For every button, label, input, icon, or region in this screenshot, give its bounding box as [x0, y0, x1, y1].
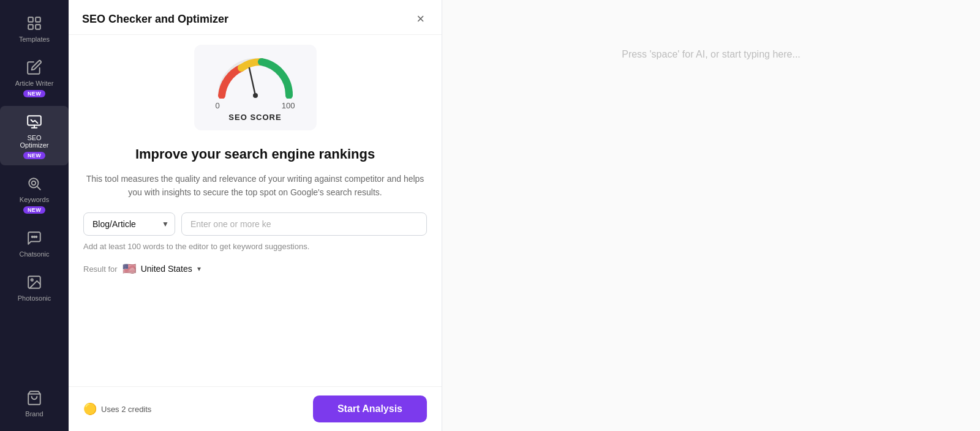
sidebar-item-photosonic-label: Photosonic — [18, 294, 51, 302]
credits-info: 🟡 Uses 2 credits — [83, 402, 151, 416]
svg-point-6 — [32, 181, 36, 186]
seo-optimizer-icon — [24, 112, 44, 132]
sidebar-item-article-writer-label: Article Writer — [15, 80, 54, 87]
editor-placeholder: Press 'space' for AI, or start typing he… — [622, 49, 801, 60]
controls-row: Blog/Article Product Page Landing Page S… — [83, 212, 427, 236]
photosonic-icon — [24, 272, 44, 292]
article-writer-icon — [24, 58, 44, 77]
article-writer-badge: New — [23, 90, 45, 97]
credits-text: Uses 2 credits — [101, 405, 151, 414]
panel-heading: Improve your search engine rankings — [135, 145, 375, 163]
close-button[interactable]: × — [413, 11, 428, 27]
svg-line-14 — [249, 68, 255, 96]
sidebar-item-seo-optimizer-label: SEOOptimizer — [20, 134, 48, 149]
panel-description: This tool measures the quality and relev… — [83, 172, 427, 200]
sidebar-item-templates[interactable]: Templates — [0, 7, 69, 49]
keyword-input[interactable] — [181, 212, 427, 236]
keywords-icon — [24, 174, 44, 193]
content-type-select-wrap: Blog/Article Product Page Landing Page S… — [83, 212, 175, 236]
gauge-max: 100 — [282, 101, 295, 110]
chatsonic-icon — [24, 228, 44, 248]
panel-title: SEO Checker and Optimizer — [82, 13, 228, 26]
seo-optimizer-badge: New — [23, 152, 45, 159]
sidebar-item-photosonic[interactable]: Photosonic — [0, 266, 69, 308]
sidebar-item-chatsonic-label: Chatsonic — [20, 250, 50, 258]
svg-point-8 — [32, 236, 33, 238]
content-type-select[interactable]: Blog/Article Product Page Landing Page S… — [83, 212, 175, 236]
coin-icon: 🟡 — [83, 402, 97, 416]
panel-footer: 🟡 Uses 2 credits Start Analysis — [69, 386, 442, 431]
result-for-label: Result for — [83, 264, 118, 274]
result-row: Result for 🇺🇸 United States ▾ — [83, 262, 427, 275]
sidebar-item-brand[interactable]: Brand — [0, 382, 69, 424]
country-flag: 🇺🇸 — [123, 262, 136, 275]
country-name: United States — [141, 264, 192, 274]
hint-text: Add at least 100 words to the editor to … — [83, 242, 427, 251]
brand-icon — [24, 388, 44, 408]
svg-point-9 — [34, 236, 35, 238]
sidebar-item-chatsonic[interactable]: Chatsonic — [0, 222, 69, 264]
gauge-container: 0 100 SEO SCORE — [194, 45, 317, 130]
svg-point-5 — [29, 178, 38, 187]
gauge-score-label: SEO SCORE — [228, 113, 281, 122]
svg-rect-0 — [28, 17, 33, 22]
seo-panel: SEO Checker and Optimizer × 0 100 — [69, 0, 442, 431]
gauge-svg — [216, 56, 295, 99]
svg-point-10 — [36, 236, 37, 238]
svg-rect-2 — [28, 24, 33, 29]
gauge-labels: 0 100 — [216, 101, 295, 110]
svg-rect-1 — [36, 17, 40, 22]
svg-point-15 — [253, 93, 258, 98]
sidebar-item-brand-label: Brand — [25, 410, 43, 418]
country-chevron-icon[interactable]: ▾ — [197, 264, 201, 273]
keywords-badge: New — [23, 206, 45, 214]
panel-header: SEO Checker and Optimizer × — [69, 0, 442, 35]
svg-line-7 — [37, 187, 40, 190]
sidebar-item-seo-optimizer[interactable]: SEOOptimizer New — [0, 106, 69, 165]
svg-point-12 — [31, 279, 33, 281]
sidebar: Templates Article Writer New SEOOptimize… — [0, 0, 69, 431]
start-analysis-button[interactable]: Start Analysis — [313, 395, 427, 422]
templates-icon — [24, 13, 44, 33]
svg-rect-3 — [36, 24, 40, 29]
editor-area[interactable]: Press 'space' for AI, or start typing he… — [442, 0, 980, 431]
sidebar-item-keywords[interactable]: Keywords New — [0, 168, 69, 220]
sidebar-item-keywords-label: Keywords — [20, 196, 49, 203]
sidebar-item-article-writer[interactable]: Article Writer New — [0, 51, 69, 103]
gauge-min: 0 — [216, 101, 220, 110]
sidebar-item-templates-label: Templates — [19, 36, 50, 43]
panel-body: 0 100 SEO SCORE Improve your search engi… — [69, 35, 442, 386]
